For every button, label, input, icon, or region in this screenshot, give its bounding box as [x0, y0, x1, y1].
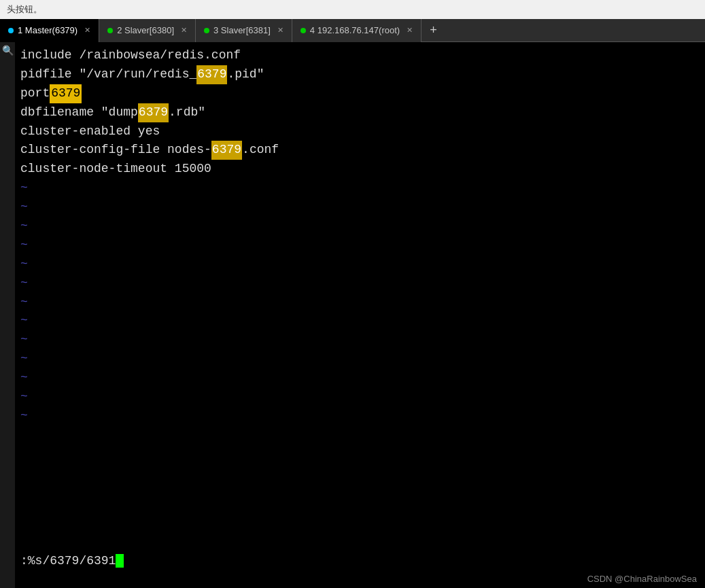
code-part: cluster-enabled yes [20, 122, 160, 141]
terminal-line: ~ [20, 255, 700, 274]
terminal-line: ~ [20, 349, 700, 368]
tilde-marker: ~ [20, 274, 28, 293]
tab-4[interactable]: 4 192.168.76.147(root)✕ [292, 19, 422, 42]
terminal-line: ~ [20, 198, 700, 217]
terminal-area: 🔍 include /rainbowsea/redis.confpidfile … [0, 42, 705, 588]
terminal-line: ~ [20, 368, 700, 387]
terminal-line: ~ [20, 217, 700, 236]
terminal-line: ~ [20, 274, 700, 293]
code-part: 6379 [138, 103, 169, 122]
top-hint-bar: 头按钮。 [0, 0, 705, 19]
terminal-line: cluster-enabled yes [20, 122, 700, 141]
add-tab-button[interactable]: + [422, 19, 445, 42]
tab-close-3[interactable]: ✕ [277, 26, 283, 35]
terminal-line: include /rainbowsea/redis.conf [20, 46, 700, 65]
terminal-line: dbfilename "dump6379.rdb" [20, 103, 700, 122]
terminal-line: ~ [20, 407, 700, 426]
tilde-marker: ~ [20, 293, 28, 312]
tab-dot-1 [8, 28, 14, 33]
code-part: cluster-config-file nodes- [20, 141, 211, 160]
tilde-marker: ~ [20, 349, 28, 368]
terminal-line: port 6379 [20, 84, 700, 103]
tab-dot-3 [204, 28, 209, 33]
tilde-marker: ~ [20, 387, 28, 407]
tilde-marker: ~ [20, 330, 28, 349]
tab-dot-4 [300, 28, 306, 33]
command-prefix: :%s/6379/6391 [20, 554, 116, 568]
code-part: .pid" [227, 65, 264, 84]
tilde-marker: ~ [20, 217, 28, 236]
code-part: dbfilename "dump [20, 103, 138, 122]
tab-bar: 1 Master(6379)✕2 Slaver[6380]✕3 Slaver[6… [0, 19, 705, 42]
tab-label-2: 2 Slaver[6380] [117, 25, 174, 35]
tab-dot-2 [107, 28, 113, 33]
tab-3[interactable]: 3 Slaver[6381]✕ [196, 19, 292, 42]
terminal-line: cluster-node-timeout 15000 [20, 160, 700, 179]
tilde-marker: ~ [20, 311, 28, 330]
command-cursor [116, 554, 124, 568]
terminal-line: ~ [20, 236, 700, 255]
tab-1[interactable]: 1 Master(6379)✕ [0, 19, 99, 42]
terminal-line: ~ [20, 311, 700, 330]
code-part: include /rainbowsea/redis.conf [20, 46, 241, 65]
code-part: 6379 [196, 65, 227, 84]
code-part: 6379 [50, 84, 82, 103]
terminal-content[interactable]: include /rainbowsea/redis.confpidfile "/… [15, 42, 705, 588]
terminal-line: pidfile "/var/run/redis_6379.pid" [20, 65, 700, 84]
code-part: cluster-node-timeout 15000 [20, 160, 211, 179]
tab-label-3: 3 Slaver[6381] [213, 25, 271, 35]
tab-label-1: 1 Master(6379) [18, 25, 78, 35]
top-hint-text: 头按钮。 [7, 3, 42, 16]
code-part: .rdb" [169, 103, 205, 122]
terminal-line: ~ [20, 293, 700, 312]
code-part: .conf [242, 141, 279, 160]
tilde-marker: ~ [20, 179, 28, 198]
code-part: 6379 [211, 141, 242, 160]
tab-close-2[interactable]: ✕ [181, 26, 187, 35]
tab-label-4: 4 192.168.76.147(root) [310, 25, 400, 35]
terminal-line: ~ [20, 330, 700, 349]
code-part: port [20, 84, 50, 103]
search-icon[interactable]: 🔍 [2, 45, 14, 56]
tilde-marker: ~ [20, 236, 28, 255]
tab-close-4[interactable]: ✕ [407, 26, 413, 35]
tilde-marker: ~ [20, 198, 28, 217]
tab-close-1[interactable]: ✕ [84, 26, 90, 35]
status-line: :%s/6379/6391 [15, 554, 705, 568]
watermark: CSDN @ChinaRainbowSea [587, 574, 697, 584]
code-part: pidfile "/var/run/redis_ [20, 65, 196, 84]
tilde-marker: ~ [20, 255, 28, 274]
tab-2[interactable]: 2 Slaver[6380]✕ [99, 19, 196, 42]
terminal-line: ~ [20, 179, 700, 198]
terminal-line: cluster-config-file nodes-6379.conf [20, 141, 700, 160]
terminal-line: ~ [20, 387, 700, 407]
tilde-marker: ~ [20, 368, 28, 387]
sidebar: 🔍 [0, 42, 15, 588]
tilde-marker: ~ [20, 407, 28, 426]
